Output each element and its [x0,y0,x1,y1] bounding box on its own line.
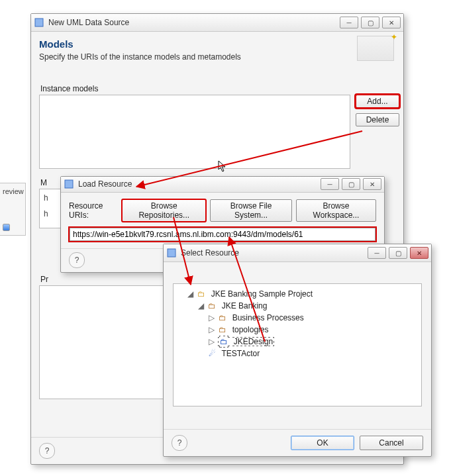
close-button[interactable]: ✕ [410,247,428,259]
expand-collapse-icon[interactable]: ◢ [187,288,193,300]
tree-node-label: JKE Banking Sample Project [211,289,313,299]
titlebar-select[interactable]: Select Resource ─ ▢ ✕ [164,244,431,262]
help-button[interactable]: ? [69,252,85,268]
close-button[interactable]: ✕ [363,178,381,190]
resource-uris-label: Resource URIs: [69,201,118,220]
actor-icon: ☄ [207,348,217,359]
maximize-button[interactable]: ▢ [361,17,379,28]
svg-rect-0 [35,19,43,26]
wizard-banner-icon: ✦ [357,36,394,61]
background-palette-strip: review [0,183,26,236]
palette-icon [3,224,10,231]
metamodel-row-1: h [40,193,62,203]
project-folder-icon: 🗀 [197,288,206,300]
profiles-list-cut [39,285,170,399]
folder-icon: 🗀 [218,324,227,336]
metamodel-row-2: h [40,209,62,218]
help-button[interactable]: ? [39,443,55,459]
folder-icon: 🗀 [207,300,217,312]
select-client-area: ◢ 🗀 JKE Banking Sample Project ◢ 🗀 JKE B… [164,262,431,429]
tree-item-selected[interactable]: ▷ 🗀 JKEDesign [208,336,419,348]
tree-actor[interactable]: ▷ ☄ TESTActor [197,348,419,359]
help-button[interactable]: ? [172,435,187,451]
window-title: New UML Data Source [48,18,340,27]
app-icon [166,248,177,258]
cancel-button[interactable]: Cancel [360,436,423,450]
minimize-button[interactable]: ─ [321,178,339,190]
titlebar-main[interactable]: New UML Data Source ─ ▢ ✕ [31,14,403,32]
page-subheading: Specify the URIs of the instance models … [39,52,395,62]
ok-button[interactable]: OK [291,436,354,450]
instance-models-list[interactable] [39,95,350,169]
maximize-button[interactable]: ▢ [389,247,407,259]
tree-folder[interactable]: ◢ 🗀 JKE Banking ▷ 🗀 Business Processes [197,300,419,348]
browse-file-system-button[interactable]: Browse File System... [210,199,292,222]
app-icon [64,179,74,189]
browse-repositories-button[interactable]: Browse Repositories... [122,199,206,222]
tree-item[interactable]: ▷ 🗀 topologies [208,324,419,336]
instance-models-label: Instance models [40,84,395,93]
page-heading: Models [39,38,395,50]
tree-node-label: TESTActor [221,349,260,358]
titlebar-load[interactable]: Load Resource ─ ▢ ✕ [61,177,384,193]
tree-node-label: Business Processes [232,313,304,322]
window-title: Load Resource [78,179,321,189]
add-button[interactable]: Add... [356,95,399,108]
tree-node-label: topologies [232,325,269,334]
model-file-icon: 🗀 [219,336,228,348]
window-select-resource: Select Resource ─ ▢ ✕ ◢ 🗀 JKE Banking Sa… [163,244,432,457]
select-footer: ? OK Cancel [164,429,431,456]
app-icon [34,17,44,28]
palette-tab-label: review [0,183,25,197]
close-button[interactable]: ✕ [382,17,401,28]
load-client-area: Resource URIs: Browse Repositories... Br… [61,193,384,248]
resource-uri-input[interactable] [70,228,376,241]
new-wizard-star-icon: ✦ [391,32,397,42]
tree-node-label: JKE Banking [222,301,268,310]
minimize-button[interactable]: ─ [340,17,358,28]
expand-collapse-icon[interactable]: ▷ [208,312,215,324]
expand-collapse-icon[interactable]: ◢ [197,300,204,312]
delete-button[interactable]: Delete [356,113,399,126]
maximize-button[interactable]: ▢ [342,178,360,190]
resource-tree[interactable]: ◢ 🗀 JKE Banking Sample Project ◢ 🗀 JKE B… [173,283,422,406]
tree-item[interactable]: ▷ 🗀 Business Processes [208,312,419,324]
expand-collapse-icon[interactable]: ▷ [208,336,215,348]
tree-node-label: JKEDesign [234,337,273,346]
minimize-button[interactable]: ─ [368,247,386,259]
svg-rect-1 [65,180,73,188]
tree-root[interactable]: ◢ 🗀 JKE Banking Sample Project ◢ 🗀 JKE B… [187,288,419,359]
folder-icon: 🗀 [218,312,227,324]
svg-rect-2 [168,249,175,257]
window-title: Select Resource [181,248,368,258]
browse-workspace-button[interactable]: Browse Workspace... [296,199,376,222]
expand-collapse-icon[interactable]: ▷ [208,324,215,336]
